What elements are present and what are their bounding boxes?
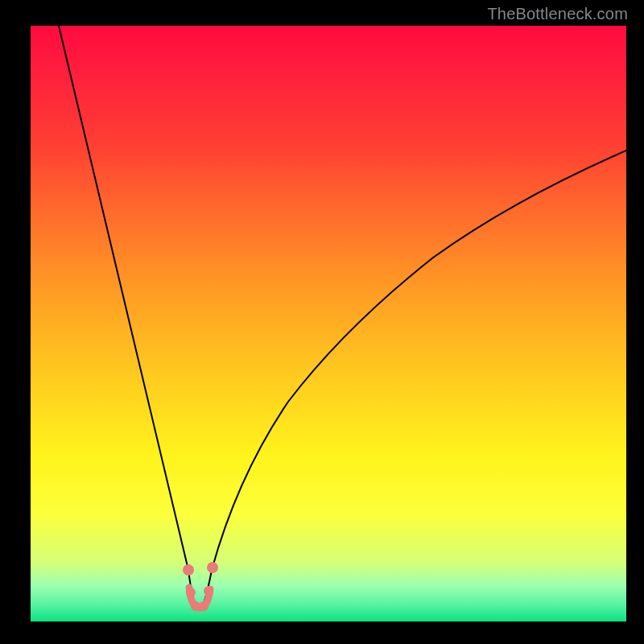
svg-point-2 [186, 588, 196, 597]
watermark-text: TheBottleneck.com [487, 5, 628, 23]
svg-point-3 [204, 586, 213, 596]
curve-layer [31, 26, 626, 621]
svg-point-1 [207, 562, 218, 573]
svg-point-0 [183, 564, 194, 576]
chart-frame: TheBottleneck.com [0, 0, 644, 644]
svg-point-5 [199, 601, 208, 611]
plot-area [31, 26, 626, 621]
marker-cluster [183, 562, 218, 611]
bottleneck-curve [59, 26, 626, 609]
